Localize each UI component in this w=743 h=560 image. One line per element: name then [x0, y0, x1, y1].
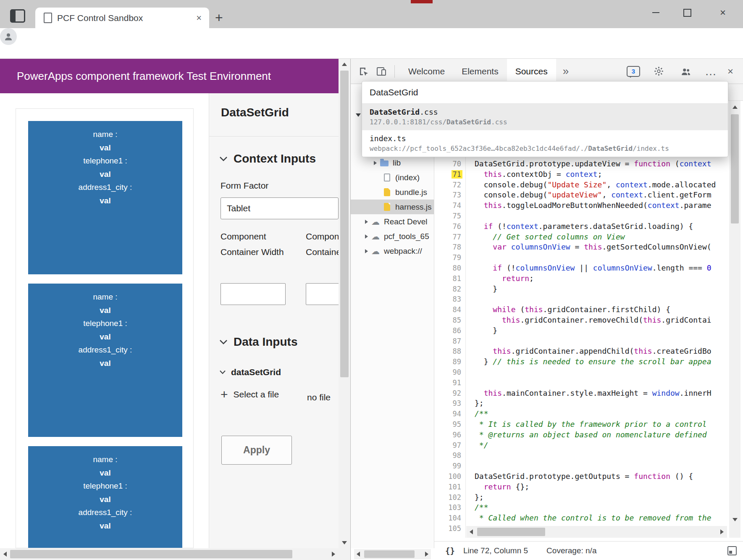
- line-number[interactable]: 98: [434, 450, 466, 461]
- devtools-tab-welcome[interactable]: Welcome: [400, 59, 453, 84]
- devtools-menu-button[interactable]: …: [705, 67, 717, 76]
- line-number[interactable]: 86: [434, 326, 466, 336]
- data-inputs-section[interactable]: Data Inputs: [219, 335, 297, 349]
- line-number[interactable]: 94: [434, 409, 466, 419]
- line-number[interactable]: 77: [434, 232, 466, 242]
- minimize-button[interactable]: [642, 0, 669, 25]
- line-number[interactable]: 99: [434, 461, 466, 471]
- community-button[interactable]: [678, 63, 694, 80]
- line-number[interactable]: 76: [434, 221, 466, 232]
- line-number[interactable]: 70: [434, 159, 466, 169]
- expand-arrow-icon[interactable]: [365, 220, 368, 224]
- form-factor-select[interactable]: Tablet: [221, 197, 339, 219]
- tab-close-icon[interactable]: ×: [194, 13, 203, 23]
- height-input[interactable]: [306, 283, 339, 305]
- line-number[interactable]: 84: [434, 305, 466, 315]
- file-search-input[interactable]: DataSetGrid: [362, 82, 728, 104]
- profile-avatar[interactable]: [0, 28, 17, 45]
- line-number[interactable]: 96: [434, 430, 466, 440]
- line-number[interactable]: 74: [434, 200, 466, 211]
- expand-arrow-icon[interactable]: [365, 234, 368, 239]
- devtools-close-button[interactable]: ×: [727, 66, 733, 77]
- issues-button[interactable]: 3: [627, 66, 640, 77]
- scrollbar-thumb[interactable]: [340, 71, 349, 377]
- line-number[interactable]: 105: [434, 523, 466, 534]
- tab-actions-icon[interactable]: [10, 9, 25, 23]
- line-number[interactable]: 88: [434, 346, 466, 357]
- pretty-print-icon[interactable]: {}: [445, 546, 455, 555]
- line-number[interactable]: 80: [434, 263, 466, 273]
- code-line: 93};: [434, 398, 743, 409]
- expand-arrow-icon[interactable]: [365, 249, 368, 253]
- line-number[interactable]: 95: [434, 419, 466, 430]
- line-number[interactable]: 101: [434, 482, 466, 492]
- line-number[interactable]: 78: [434, 242, 466, 252]
- dataset-grid-row[interactable]: dataSetGrid: [219, 367, 281, 377]
- toggle-drawer-icon[interactable]: [727, 546, 737, 555]
- scroll-right-button[interactable]: [717, 526, 727, 538]
- inspect-element-button[interactable]: [356, 63, 372, 80]
- line-number[interactable]: 90: [434, 367, 466, 378]
- code-text: * Called when the control is to be remov…: [466, 513, 711, 523]
- maximize-button[interactable]: [674, 0, 701, 25]
- line-number[interactable]: 73: [434, 190, 466, 200]
- tree-item-harness-js[interactable]: harness.js: [351, 200, 434, 214]
- apply-button[interactable]: Apply: [221, 436, 292, 465]
- tree-item-bundle-js[interactable]: bundle.js: [351, 185, 434, 200]
- window-close-button[interactable]: ×: [709, 0, 736, 25]
- scroll-down-button[interactable]: [729, 514, 740, 525]
- line-number[interactable]: 71: [434, 169, 466, 180]
- devtools-tab-sources[interactable]: Sources: [507, 59, 556, 84]
- select-file-button[interactable]: + Select a file: [221, 388, 279, 401]
- line-number[interactable]: 81: [434, 273, 466, 284]
- scroll-up-button[interactable]: [729, 102, 740, 113]
- line-number[interactable]: 87: [434, 336, 466, 347]
- expanded-node-arrow-icon[interactable]: [356, 113, 361, 117]
- tree-item-react-devel[interactable]: ☁React Devel: [351, 214, 434, 229]
- line-number[interactable]: 92: [434, 388, 466, 399]
- line-number[interactable]: 82: [434, 284, 466, 294]
- line-number[interactable]: 104: [434, 513, 466, 523]
- scroll-left-button[interactable]: [466, 526, 476, 538]
- line-number[interactable]: 97: [434, 440, 466, 451]
- file-result[interactable]: index.tswebpack://pcf_tools_652ac3f36e…4…: [362, 130, 728, 157]
- file-result[interactable]: DataSetGrid.css127.0.0.1:8181/css/DataSe…: [362, 104, 728, 130]
- width-input[interactable]: [221, 283, 286, 305]
- tree-item-lib[interactable]: lib: [351, 155, 434, 170]
- scrollbar-thumb[interactable]: [477, 528, 545, 536]
- tree-item-webpack-[interactable]: ☁webpack://: [351, 244, 434, 258]
- scroll-left-button[interactable]: [0, 548, 10, 560]
- scroll-left-button[interactable]: [354, 549, 362, 559]
- line-number[interactable]: 91: [434, 378, 466, 388]
- scrollbar-thumb[interactable]: [364, 550, 415, 558]
- line-number[interactable]: 93: [434, 398, 466, 409]
- scroll-right-button[interactable]: [328, 548, 339, 560]
- file-tree: lib(index)bundle.jsharness.js☁React Deve…: [351, 155, 434, 258]
- line-number[interactable]: 102: [434, 492, 466, 503]
- code-lines[interactable]: 70DataSetGrid.prototype.updateView = fun…: [434, 159, 743, 534]
- more-tabs-button[interactable]: »: [558, 65, 574, 78]
- device-toolbar-button[interactable]: [373, 63, 389, 80]
- line-number[interactable]: 83: [434, 294, 466, 305]
- line-number[interactable]: 100: [434, 471, 466, 482]
- line-number[interactable]: 79: [434, 252, 466, 263]
- settings-button[interactable]: [651, 63, 667, 80]
- tree-item--index-[interactable]: (index): [351, 170, 434, 185]
- tree-item-pcf-tools-65[interactable]: ☁pcf_tools_65: [351, 229, 434, 244]
- scroll-right-button[interactable]: [423, 549, 431, 559]
- new-tab-button[interactable]: +: [215, 9, 223, 26]
- devtools-tab-elements[interactable]: Elements: [453, 59, 507, 84]
- scrollbar-thumb[interactable]: [10, 550, 292, 558]
- browser-tab[interactable]: PCF Control Sandbox ×: [35, 8, 209, 28]
- line-number[interactable]: 75: [434, 211, 466, 221]
- expand-arrow-icon[interactable]: [374, 161, 377, 165]
- triangle-right-icon: [425, 552, 428, 557]
- scrollbar-thumb[interactable]: [731, 114, 739, 223]
- scroll-up-button[interactable]: [339, 59, 350, 70]
- line-number[interactable]: 85: [434, 315, 466, 326]
- line-number[interactable]: 103: [434, 502, 466, 513]
- line-number[interactable]: 89: [434, 357, 466, 367]
- context-inputs-section[interactable]: Context Inputs: [219, 152, 316, 166]
- line-number[interactable]: 72: [434, 180, 466, 190]
- scroll-down-button[interactable]: [339, 537, 350, 548]
